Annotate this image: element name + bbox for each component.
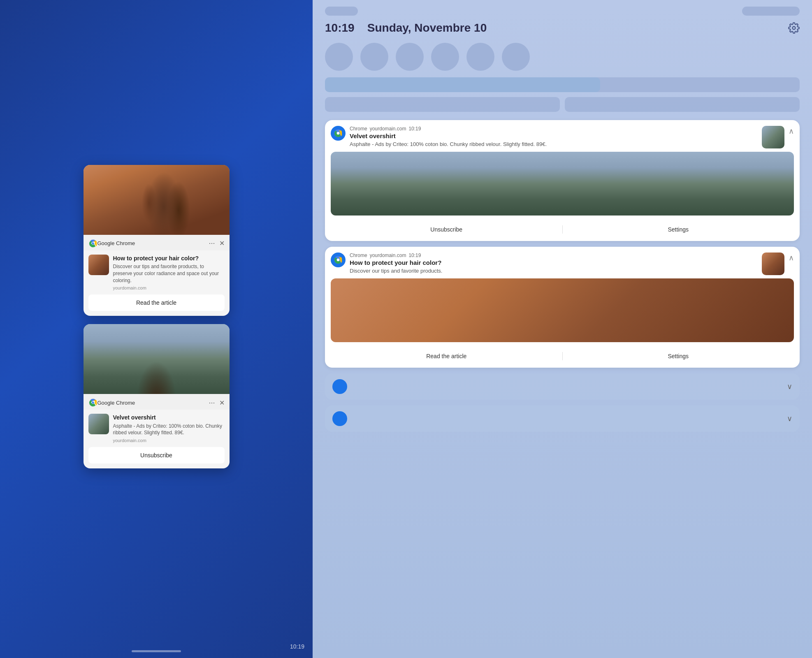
card2-title: Velvet overshirt: [113, 414, 225, 421]
card2-domain: yourdomain.com: [113, 438, 225, 443]
left-bottom-indicator: [132, 650, 181, 652]
card2-menu-dots[interactable]: ···: [209, 399, 215, 407]
card1-description: Discover our tips and favorite products,…: [113, 263, 225, 284]
progress-bar-half-left: [325, 97, 560, 112]
card2-text: Velvet overshirt Asphalte - Ads by Crite…: [113, 414, 225, 443]
card2-close-icon[interactable]: ✕: [219, 399, 225, 407]
card2-header: Google Chrome ··· ✕: [84, 394, 230, 410]
chrome-icon-2: [88, 398, 97, 407]
status-pill-right: [742, 7, 800, 16]
notification-panel-hair: Chrome yourdomain.com 10:19 How to prote…: [325, 247, 800, 368]
collapsed-notif-2-icon: [332, 411, 347, 426]
datetime-text: 10:19 Sunday, Novembre 10: [325, 21, 487, 35]
notif1-time: 10:19: [408, 126, 421, 132]
card1-close-icon[interactable]: ✕: [219, 239, 225, 247]
status-bar: [313, 0, 812, 19]
status-pill-left: [325, 7, 358, 16]
left-panel-inner: Google Chrome ··· ✕ How to protect your …: [84, 165, 230, 468]
progress-section: [313, 77, 812, 117]
notif2-header: Chrome yourdomain.com 10:19 How to prote…: [325, 247, 800, 278]
notif1-unsubscribe-button[interactable]: Unsubscribe: [331, 224, 562, 235]
progress-bar-half-right: [565, 97, 800, 112]
avatar-6[interactable]: [502, 43, 530, 71]
avatar-5[interactable]: [466, 43, 494, 71]
card2-action-button[interactable]: Unsubscribe: [88, 447, 225, 463]
notif2-time: 10:19: [408, 253, 421, 258]
notif2-meta: Chrome yourdomain.com 10:19: [350, 253, 758, 258]
man-hero-visual: [84, 324, 230, 394]
notif1-meta: Chrome yourdomain.com 10:19: [350, 126, 758, 132]
progress-bar-main: [325, 77, 800, 92]
collapsed-notif-1[interactable]: ∨: [325, 373, 800, 400]
notification-card-man: Google Chrome ··· ✕ Velvet overshirt Asp…: [84, 324, 230, 468]
notif1-title: Velvet overshirt: [350, 132, 758, 139]
notif1-thumb-visual: [762, 126, 784, 148]
card1-domain: yourdomain.com: [113, 285, 225, 290]
left-time: 10:19: [290, 643, 304, 650]
collapsed-notif-1-icon: [332, 379, 347, 394]
left-panel: Google Chrome ··· ✕ How to protect your …: [0, 0, 313, 658]
card1-browser-label: Google Chrome: [97, 240, 209, 246]
notif2-title: How to protect your hair color?: [350, 259, 758, 266]
progress-bar-fill: [325, 77, 600, 92]
notif2-thumbnail: [762, 253, 784, 275]
card2-action-label: Unsubscribe: [140, 452, 172, 459]
notif2-collapse-icon[interactable]: ∧: [789, 253, 794, 262]
card2-body: Velvet overshirt Asphalte - Ads by Crite…: [84, 410, 230, 447]
avatar-2[interactable]: [360, 43, 388, 71]
card1-thumbnail: [88, 255, 109, 275]
svg-point-5: [92, 402, 94, 404]
notif1-settings-button[interactable]: Settings: [563, 224, 794, 235]
notif2-content: Chrome yourdomain.com 10:19 How to prote…: [350, 253, 758, 275]
notif1-content: Chrome yourdomain.com 10:19 Velvet overs…: [350, 126, 758, 148]
notif2-settings-button[interactable]: Settings: [563, 350, 794, 362]
avatar-row: [313, 39, 812, 77]
card1-title: How to protect your hair color?: [113, 255, 225, 262]
avatar-1[interactable]: [325, 43, 353, 71]
chrome-logo-notif1: [334, 129, 343, 138]
card2-thumb-visual: [88, 414, 109, 434]
notif1-img-visual: [331, 152, 794, 215]
time-display: 10:19: [325, 21, 355, 34]
notification-panel-velvet: Chrome yourdomain.com 10:19 Velvet overs…: [325, 120, 800, 241]
svg-point-6: [793, 27, 796, 30]
collapsed-notif-2-expand-icon[interactable]: ∨: [787, 414, 792, 423]
notif1-source: Chrome: [350, 126, 367, 132]
notif1-desc: Asphalte - Ads by Criteo: 100% coton bio…: [350, 141, 758, 148]
progress-bar-row: [325, 97, 800, 112]
avatar-3[interactable]: [396, 43, 424, 71]
notif1-domain: yourdomain.com: [370, 126, 406, 132]
hair-hero-visual: [84, 165, 230, 235]
chrome-icon: [88, 239, 97, 248]
notif1-actions: Unsubscribe Settings: [325, 220, 800, 241]
hair-hero-image: [84, 165, 230, 235]
avatar-4[interactable]: [431, 43, 459, 71]
card1-action-label: Read the article: [136, 299, 176, 306]
notif1-collapse-icon[interactable]: ∧: [789, 127, 794, 136]
collapsed-notif-1-expand-icon[interactable]: ∨: [787, 382, 792, 391]
gear-icon[interactable]: [788, 22, 800, 34]
notif2-img-visual: [331, 278, 794, 342]
notif2-domain: yourdomain.com: [370, 253, 406, 258]
card1-menu-dots[interactable]: ···: [209, 239, 215, 248]
notif1-chrome-icon: [331, 126, 346, 141]
notification-card-hair: Google Chrome ··· ✕ How to protect your …: [84, 165, 230, 316]
card1-action-button[interactable]: Read the article: [88, 294, 225, 311]
datetime-row: 10:19 Sunday, Novembre 10: [313, 19, 812, 39]
notif2-chrome-icon: [331, 253, 346, 267]
notif2-desc: Discover our tips and favorite products.: [350, 267, 758, 275]
notif2-read-button[interactable]: Read the article: [331, 350, 562, 362]
card1-text: How to protect your hair color? Discover…: [113, 255, 225, 291]
date-display: Sunday, Novembre 10: [367, 21, 487, 34]
notif1-header: Chrome yourdomain.com 10:19 Velvet overs…: [325, 120, 800, 152]
notif2-actions: Read the article Settings: [325, 346, 800, 368]
man-hero-image: [84, 324, 230, 394]
collapsed-notif-2[interactable]: ∨: [325, 405, 800, 432]
svg-point-10: [337, 259, 339, 261]
notif2-thumb-visual: [762, 253, 784, 275]
card1-thumb-visual: [88, 255, 109, 275]
card2-description: Asphalte - Ads by Criteo: 100% coton bio…: [113, 423, 225, 437]
notifications-area: Chrome yourdomain.com 10:19 Velvet overs…: [313, 117, 812, 658]
card1-body: How to protect your hair color? Discover…: [84, 250, 230, 295]
notif2-source: Chrome: [350, 253, 367, 258]
